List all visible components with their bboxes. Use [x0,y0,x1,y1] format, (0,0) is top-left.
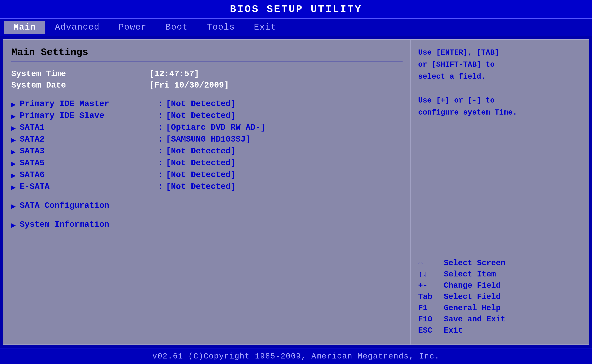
sata3-label: SATA3 [20,147,158,156]
sata1-row[interactable]: ▶ SATA1 : [Optiarc DVD RW AD-] [11,123,402,133]
footer-text: v02.61 (C)Copyright 1985-2009, American … [152,352,440,361]
key-desc-select-screen: Select Screen [444,259,505,267]
system-date-value: [Fri 10/30/2009] [149,81,229,90]
right-panel: Use [ENTER], [TAB] or [SHIFT-TAB] to sel… [411,40,589,344]
key-symbol-esc: ESC [418,326,444,335]
submenu-arrow-primary-ide-slave: ▶ [11,112,16,121]
nav-exit[interactable]: Exit [244,21,286,34]
submenu-arrow-sata5: ▶ [11,159,16,168]
sata2-label: SATA2 [20,135,158,144]
submenu-arrow-sata1: ▶ [11,124,16,133]
sata5-row[interactable]: ▶ SATA5 : [Not Detected] [11,158,402,168]
sata1-label: SATA1 [20,123,158,132]
key-symbol-arrows-lr: ↔ [418,259,444,267]
submenu-arrow-primary-ide-master: ▶ [11,100,16,109]
sata2-row[interactable]: ▶ SATA2 : [SAMSUNG HD103SJ] [11,135,402,144]
content-area: Main Settings System Time [12:47:57] Sys… [3,39,589,345]
system-date-label: System Date [11,81,149,90]
colon-3: : [158,123,163,132]
key-desc-f10: Save and Exit [444,315,505,324]
bios-title: BIOS SETUP UTILITY [230,4,362,15]
key-esc: ESC Exit [418,326,582,335]
key-change-field: +- Change Field [418,281,582,290]
key-f10: F10 Save and Exit [418,315,582,324]
primary-ide-slave-value: [Not Detected] [166,111,236,120]
primary-ide-master-value: [Not Detected] [166,99,236,109]
nav-tools[interactable]: Tools [197,21,244,34]
nav-bar: Main Advanced Power Boot Tools Exit [0,19,592,36]
primary-ide-slave-label: Primary IDE Slave [20,111,158,120]
system-time-value: [12:47:57] [149,69,199,79]
colon-7: : [158,170,163,180]
esata-value: [Not Detected] [166,182,236,191]
sata3-row[interactable]: ▶ SATA3 : [Not Detected] [11,147,402,156]
submenu-arrow-sata2: ▶ [11,136,16,144]
esata-row[interactable]: ▶ E-SATA : [Not Detected] [11,182,402,192]
sata-config-label: SATA Configuration [20,201,158,210]
sata6-row[interactable]: ▶ SATA6 : [Not Detected] [11,170,402,180]
nav-advanced[interactable]: Advanced [45,21,109,34]
key-select-field: Tab Select Field [418,292,582,301]
sata3-value: [Not Detected] [166,147,236,156]
submenu-arrow-esata: ▶ [11,183,16,192]
submenu-arrow-sata3: ▶ [11,147,16,156]
section-divider [11,62,402,62]
key-symbol-plus-minus: +- [418,281,444,290]
sata5-label: SATA5 [20,158,158,168]
key-desc-esc: Exit [444,326,463,335]
key-f1: F1 General Help [418,304,582,312]
nav-main[interactable]: Main [4,21,45,34]
esata-label: E-SATA [20,182,158,191]
system-time-row[interactable]: System Time [12:47:57] [11,69,402,79]
colon-1: : [158,99,163,109]
key-desc-select-item: Select Item [444,270,496,279]
key-symbol-f1: F1 [418,304,444,312]
key-symbol-f10: F10 [418,315,444,324]
system-time-label: System Time [11,69,149,79]
title-bar: BIOS SETUP UTILITY [0,0,592,19]
section-title: Main Settings [11,47,402,58]
nav-power[interactable]: Power [109,21,156,34]
key-desc-change-field: Change Field [444,281,501,290]
key-help-section: ↔ Select Screen ↑↓ Select Item +- Change… [418,259,582,337]
help-intro-text: Use [ENTER], [TAB] or [SHIFT-TAB] to sel… [418,47,582,119]
colon-4: : [158,135,163,144]
colon-2: : [158,111,163,120]
sata6-label: SATA6 [20,170,158,180]
system-info-label: System Information [20,220,158,229]
key-select-item: ↑↓ Select Item [418,270,582,279]
sata-config-row[interactable]: ▶ SATA Configuration [11,201,402,211]
system-date-row[interactable]: System Date [Fri 10/30/2009] [11,81,402,90]
sata2-value: [SAMSUNG HD103SJ] [166,135,250,144]
colon-8: : [158,182,163,191]
primary-ide-master-label: Primary IDE Master [20,99,158,109]
key-desc-f1: General Help [444,304,501,312]
left-panel: Main Settings System Time [12:47:57] Sys… [3,40,411,344]
primary-ide-master-row[interactable]: ▶ Primary IDE Master : [Not Detected] [11,99,402,109]
colon-5: : [158,147,163,156]
key-symbol-arrows-ud: ↑↓ [418,270,444,279]
submenu-arrow-sata6: ▶ [11,171,16,180]
key-select-screen: ↔ Select Screen [418,259,582,267]
submenu-arrow-system-info: ▶ [11,221,16,230]
key-desc-select-field: Select Field [444,292,501,301]
footer: v02.61 (C)Copyright 1985-2009, American … [0,348,592,364]
sata5-value: [Not Detected] [166,158,236,168]
nav-boot[interactable]: Boot [156,21,197,34]
sata1-value: [Optiarc DVD RW AD-] [166,123,265,132]
primary-ide-slave-row[interactable]: ▶ Primary IDE Slave : [Not Detected] [11,111,402,121]
system-info-row[interactable]: ▶ System Information [11,220,402,230]
sata6-value: [Not Detected] [166,170,236,180]
colon-6: : [158,158,163,168]
key-symbol-tab: Tab [418,292,444,301]
submenu-arrow-sata-config: ▶ [11,202,16,211]
